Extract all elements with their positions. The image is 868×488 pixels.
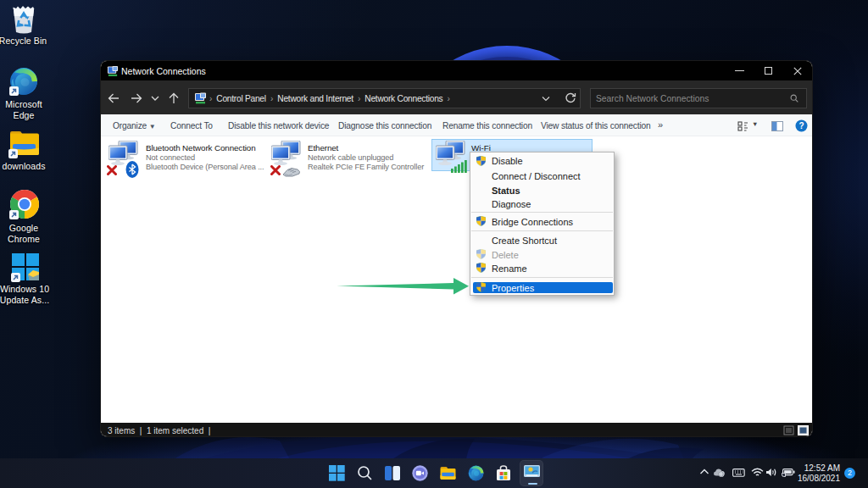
svg-text:?: ? <box>798 121 804 130</box>
